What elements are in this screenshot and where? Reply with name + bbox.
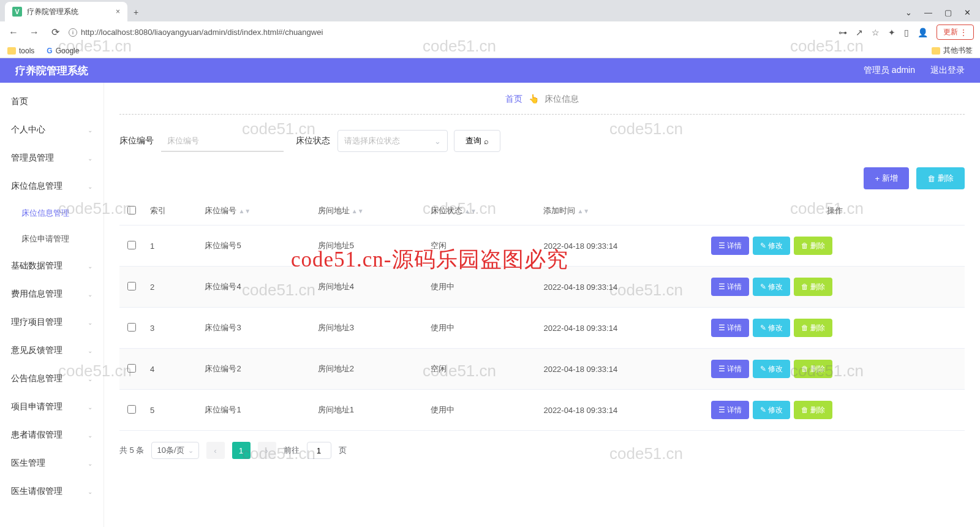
forward-icon[interactable]: → xyxy=(27,27,42,38)
detail-button[interactable]: ☰ 详情 xyxy=(711,237,749,255)
reload-icon[interactable]: ⟳ xyxy=(48,26,62,38)
pager-prev-button[interactable]: ‹ xyxy=(206,442,225,459)
add-button[interactable]: +新增 xyxy=(864,167,909,189)
maximize-icon[interactable]: ▢ xyxy=(944,8,952,17)
table-row: 1 床位编号5 房间地址5 空闲 2022-04-18 09:33:14 ☰ 详… xyxy=(119,226,965,267)
sidebar-item[interactable]: 患者请假管理⌄ xyxy=(0,421,104,449)
sidebar-item[interactable]: 意见反馈管理⌄ xyxy=(0,336,104,365)
detail-button[interactable]: ☰ 详情 xyxy=(711,401,749,419)
row-checkbox[interactable] xyxy=(127,364,136,373)
edit-button[interactable]: ✎ 修改 xyxy=(753,319,790,337)
cell-bedno: 床位编号1 xyxy=(198,390,311,431)
new-tab-button[interactable]: + xyxy=(127,3,145,21)
bookmark-google[interactable]: GGoogle xyxy=(47,47,79,55)
sidebar-item[interactable]: 医生请假管理⌄ xyxy=(0,477,104,506)
breadcrumb: 首页 👆 床位信息 xyxy=(119,94,965,115)
sidebar-item[interactable]: 公告信息管理⌄ xyxy=(0,365,104,393)
edit-button[interactable]: ✎ 修改 xyxy=(753,237,790,255)
trash-icon: 🗑 xyxy=(801,324,809,332)
sidebar: 首页个人中心⌄管理员管理⌄床位信息管理⌄床位信息管理床位申请管理基础数据管理⌄费… xyxy=(0,83,104,527)
delete-button[interactable]: 🗑删除 xyxy=(916,167,965,189)
plus-icon: + xyxy=(875,174,880,183)
row-checkbox[interactable] xyxy=(127,405,136,414)
sidebar-item[interactable]: 项目申请管理⌄ xyxy=(0,393,104,421)
select-all-checkbox[interactable] xyxy=(127,206,136,214)
window-close-icon[interactable]: ✕ xyxy=(964,8,971,17)
logout-button[interactable]: 退出登录 xyxy=(930,65,965,76)
edit-button[interactable]: ✎ 修改 xyxy=(753,401,790,419)
table-row: 4 床位编号2 房间地址2 空闲 2022-04-18 09:33:14 ☰ 详… xyxy=(119,349,965,390)
sidebar-item[interactable]: 首页 xyxy=(0,88,104,116)
breadcrumb-home[interactable]: 首页 xyxy=(505,94,522,104)
sidebar-subitem[interactable]: 床位申请管理 xyxy=(0,226,104,252)
sidebar-subitem[interactable]: 床位信息管理 xyxy=(0,200,104,226)
edit-button[interactable]: ✎ 修改 xyxy=(753,360,790,378)
share-icon[interactable]: ↗ xyxy=(856,28,863,37)
row-delete-button[interactable]: 🗑 删除 xyxy=(794,360,832,378)
row-delete-button[interactable]: 🗑 删除 xyxy=(794,237,832,255)
status-select[interactable]: 请选择床位状态 ⌄ xyxy=(337,130,448,152)
breadcrumb-current: 床位信息 xyxy=(545,94,579,104)
pager-page-1[interactable]: 1 xyxy=(232,442,251,459)
th-bedno: 床位编号▲▼ xyxy=(198,197,311,226)
sidebar-item[interactable]: 个人中心⌄ xyxy=(0,116,104,144)
bookmark-other[interactable]: 其他书签 xyxy=(932,45,973,56)
avatar-icon[interactable]: 👤 xyxy=(918,28,928,37)
detail-button[interactable]: ☰ 详情 xyxy=(711,319,749,337)
trash-icon: 🗑 xyxy=(801,365,809,373)
chevron-down-icon: ⌄ xyxy=(88,127,92,134)
data-table: 索引 床位编号▲▼ 房间地址▲▼ 床位状态▲▼ 添加时间▲▼ 操作 1 床位编号… xyxy=(119,197,965,431)
sidebar-item[interactable]: 费用信息管理⌄ xyxy=(0,280,104,308)
row-delete-button[interactable]: 🗑 删除 xyxy=(794,401,832,419)
table-row: 5 床位编号1 房间地址1 使用中 2022-04-18 09:33:14 ☰ … xyxy=(119,390,965,431)
trash-icon: 🗑 xyxy=(801,241,809,250)
tab-bar: V 疗养院管理系统 × + ⌄ — ▢ ✕ xyxy=(0,0,980,21)
bedno-input[interactable] xyxy=(161,130,284,152)
sort-icon[interactable]: ▲▼ xyxy=(238,210,251,213)
cell-time: 2022-04-18 09:33:14 xyxy=(537,390,705,431)
row-checkbox[interactable] xyxy=(127,282,136,290)
pager-goto-input[interactable] xyxy=(307,442,331,459)
star-icon[interactable]: ☆ xyxy=(872,28,880,37)
panel-icon[interactable]: ▯ xyxy=(904,28,909,37)
pager-size-select[interactable]: 10条/页⌄ xyxy=(151,442,198,459)
pager-goto-suffix: 页 xyxy=(339,445,347,456)
key-icon[interactable]: ⊶ xyxy=(839,28,847,37)
user-label[interactable]: 管理员 admin xyxy=(864,65,915,76)
sidebar-item[interactable]: 床位信息管理⌄ xyxy=(0,172,104,200)
sort-icon[interactable]: ▲▼ xyxy=(352,210,364,213)
list-icon: ☰ xyxy=(718,241,725,250)
cell-addr: 房间地址3 xyxy=(312,308,424,349)
close-tab-icon[interactable]: × xyxy=(116,7,120,16)
url-field[interactable]: i http://localhost:8080/liaoyangyuan/adm… xyxy=(69,28,832,37)
cell-addr: 房间地址2 xyxy=(312,349,424,390)
bookmark-tools[interactable]: tools xyxy=(7,47,34,55)
detail-button[interactable]: ☰ 详情 xyxy=(711,278,749,296)
puzzle-icon[interactable]: ✦ xyxy=(888,28,895,37)
detail-button[interactable]: ☰ 详情 xyxy=(711,360,749,378)
list-icon: ☰ xyxy=(718,324,725,332)
window-controls: ⌄ — ▢ ✕ xyxy=(896,3,980,21)
filter-label-status: 床位状态 xyxy=(296,135,330,146)
tab-title: 疗养院管理系统 xyxy=(27,7,78,17)
row-checkbox[interactable] xyxy=(127,241,136,249)
trash-icon: 🗑 xyxy=(801,282,809,291)
sidebar-item[interactable]: 医生管理⌄ xyxy=(0,449,104,477)
edit-icon: ✎ xyxy=(760,406,766,414)
sidebar-item[interactable]: 基础数据管理⌄ xyxy=(0,252,104,280)
row-delete-button[interactable]: 🗑 删除 xyxy=(794,278,832,296)
query-button[interactable]: 查询 ⌕ xyxy=(454,130,500,152)
update-button[interactable]: 更新 ⋮ xyxy=(937,25,974,40)
row-checkbox[interactable] xyxy=(127,323,136,332)
sidebar-item[interactable]: 理疗项目管理⌄ xyxy=(0,308,104,336)
sidebar-item[interactable]: 管理员管理⌄ xyxy=(0,144,104,172)
edit-button[interactable]: ✎ 修改 xyxy=(753,278,790,296)
browser-tab[interactable]: V 疗养院管理系统 × xyxy=(5,2,127,21)
pager-next-button[interactable]: › xyxy=(258,442,276,459)
row-delete-button[interactable]: 🗑 删除 xyxy=(794,319,832,337)
sort-icon[interactable]: ▲▼ xyxy=(577,210,589,213)
back-icon[interactable]: ← xyxy=(6,27,21,38)
minimize-icon[interactable]: — xyxy=(924,8,932,17)
sort-icon[interactable]: ▲▼ xyxy=(464,210,477,213)
caret-down-icon[interactable]: ⌄ xyxy=(905,8,912,17)
